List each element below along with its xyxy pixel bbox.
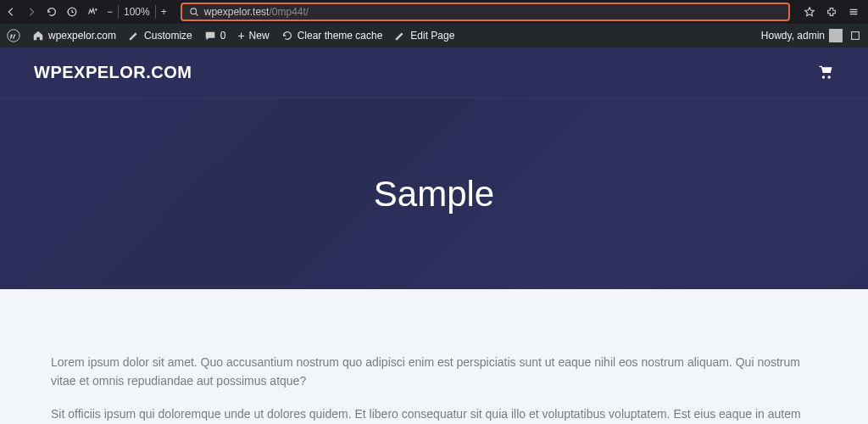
zoom-in-button[interactable]: + — [161, 6, 167, 18]
paragraph: Sit officiis ipsum qui doloremque unde u… — [51, 404, 817, 424]
adminbar-new[interactable]: + New — [237, 29, 269, 42]
wp-logo[interactable] — [7, 29, 20, 42]
svg-rect-3 — [852, 32, 860, 40]
paragraph: Lorem ipsum dolor sit amet. Quo accusant… — [51, 353, 817, 391]
site-title[interactable]: WPEXPELOR.COM — [34, 63, 192, 82]
adminbar-howdy[interactable]: Howdy, admin — [761, 29, 843, 42]
menu-icon[interactable] — [848, 6, 860, 18]
adminbar-customize[interactable]: Customize — [128, 30, 192, 42]
zoom-controls: − 100% + — [107, 5, 167, 19]
extensions-icon[interactable] — [86, 6, 98, 18]
adminbar-edit-page[interactable]: Edit Page — [394, 30, 454, 42]
forward-icon[interactable] — [25, 6, 37, 18]
back-icon[interactable] — [5, 6, 17, 18]
page-title: Sample — [374, 174, 494, 215]
adminbar-extra-icon[interactable] — [849, 30, 861, 42]
browser-toolbar: − 100% + wpexpelor.test/0mp44t/ — [0, 0, 868, 24]
adminbar-clear-cache[interactable]: Clear theme cache — [281, 30, 383, 42]
site-header: WPEXPELOR.COM — [0, 47, 868, 98]
zoom-level[interactable]: 100% — [124, 6, 150, 18]
cart-icon[interactable] — [817, 64, 834, 81]
page-content: Lorem ipsum dolor sit amet. Quo accusant… — [0, 289, 868, 424]
svg-point-2 — [8, 30, 19, 42]
zoom-out-button[interactable]: − — [107, 6, 113, 18]
wp-admin-bar: wpexpelor.com Customize 0 + New Clear th… — [0, 24, 868, 47]
reload-icon[interactable] — [46, 6, 58, 18]
adminbar-comments[interactable]: 0 — [204, 30, 226, 42]
svg-point-1 — [191, 8, 197, 14]
hero-section: Sample — [0, 98, 868, 289]
url-text: wpexpelor.test/0mp44t/ — [204, 6, 309, 18]
bookmark-icon[interactable] — [804, 6, 815, 18]
extension-puzzle-icon[interactable] — [826, 6, 837, 18]
history-icon[interactable] — [66, 6, 78, 18]
search-icon — [189, 7, 199, 17]
avatar — [829, 29, 843, 42]
url-bar[interactable]: wpexpelor.test/0mp44t/ — [181, 3, 790, 21]
adminbar-site-name[interactable]: wpexpelor.com — [32, 30, 116, 42]
